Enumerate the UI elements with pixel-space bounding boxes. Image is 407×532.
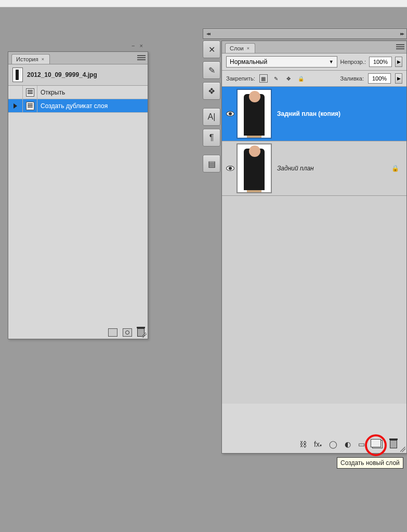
- opacity-label: Непрозр.:: [340, 59, 366, 65]
- brushes-panel-icon[interactable]: ✎: [203, 61, 220, 79]
- lock-all-icon[interactable]: 🔒: [297, 74, 305, 83]
- snapshot-col: [8, 86, 23, 99]
- history-item-label: Открыть: [37, 89, 148, 96]
- new-document-from-state-icon[interactable]: [108, 328, 117, 337]
- panel-menu-icon[interactable]: [137, 54, 146, 61]
- layers-blend-row: Нормальный ▼ Непрозр.: 100% ▶: [222, 54, 406, 71]
- lock-transparent-icon[interactable]: ▦: [259, 74, 268, 83]
- actions-panel-icon[interactable]: ▤: [203, 155, 220, 172]
- chevron-down-icon: ▼: [329, 59, 334, 64]
- clone-source-panel-icon[interactable]: ❖: [203, 82, 220, 100]
- app-menubar: [0, 0, 407, 7]
- history-state-icon: [23, 99, 37, 112]
- layer-background-copy[interactable]: Задний план (копия): [222, 87, 406, 141]
- layers-lock-row: Закрепить: ▦ ✎ ✥ 🔒 Заливка: 100% ▶: [222, 71, 406, 87]
- layers-panel: Слои × Нормальный ▼ Непрозр.: 100% ▶ Зак…: [221, 41, 407, 454]
- layers-list: Задний план (копия) Задний план 🔒: [222, 87, 406, 404]
- history-footer: [108, 328, 145, 337]
- history-item-duplicate-layer[interactable]: Создать дубликат слоя: [8, 99, 148, 113]
- layer-thumbnail[interactable]: [237, 89, 272, 139]
- fx-label: fx: [314, 440, 320, 448]
- opacity-input[interactable]: 100%: [369, 57, 392, 67]
- panel-dock-strip[interactable]: ◂◂ ▸▸: [203, 29, 407, 39]
- visibility-eye-icon[interactable]: [226, 166, 234, 171]
- resize-grip-icon[interactable]: [141, 332, 147, 338]
- layer-name: Задний план: [277, 165, 391, 172]
- history-tabs: История ×: [8, 52, 148, 64]
- panel-menu-icon[interactable]: [396, 43, 404, 50]
- history-list: Открыть Создать дубликат слоя: [8, 86, 148, 113]
- history-document-row[interactable]: 2012_10_09_9999_4.jpg: [8, 64, 148, 86]
- play-icon: [14, 103, 17, 109]
- fill-value: 100%: [372, 75, 387, 82]
- new-group-icon[interactable]: ▭: [358, 440, 365, 448]
- layer-mask-icon[interactable]: ◯: [329, 440, 337, 448]
- delete-layer-icon[interactable]: [390, 440, 397, 448]
- close-icon[interactable]: ×: [247, 46, 250, 51]
- blend-mode-value: Нормальный: [230, 58, 267, 65]
- dock-collapse-left-icon[interactable]: ◂◂: [206, 31, 209, 36]
- layers-tab[interactable]: Слои ×: [225, 43, 255, 53]
- history-item-label: Создать дубликат слоя: [37, 102, 148, 110]
- character-panel-icon[interactable]: A|: [203, 108, 220, 126]
- history-panel: − × История × 2012_10_09_9999_4.jpg Откр…: [8, 51, 148, 339]
- link-layers-icon[interactable]: ⛓: [299, 440, 307, 448]
- close-icon[interactable]: ×: [42, 57, 44, 62]
- paragraph-panel-icon[interactable]: ¶: [203, 129, 220, 147]
- new-layer-icon[interactable]: [372, 440, 383, 448]
- layer-background[interactable]: Задний план 🔒: [222, 141, 406, 196]
- blend-mode-select[interactable]: Нормальный ▼: [226, 56, 337, 68]
- history-state-icon: [23, 86, 37, 99]
- layer-thumbnail[interactable]: [237, 143, 272, 193]
- tooltip-new-layer: Создать новый слой: [337, 457, 403, 469]
- lock-label: Закрепить:: [226, 75, 255, 82]
- adjustment-layer-icon[interactable]: ◐: [345, 440, 351, 448]
- history-tab[interactable]: История ×: [11, 54, 50, 64]
- tools-panel-icon[interactable]: ✕: [203, 41, 220, 58]
- opacity-value: 100%: [373, 59, 388, 65]
- document-filename: 2012_10_09_9999_4.jpg: [27, 71, 97, 78]
- new-snapshot-icon[interactable]: [123, 328, 132, 337]
- lock-icon: 🔒: [391, 165, 399, 172]
- layers-tab-label: Слои: [230, 45, 244, 51]
- visibility-eye-icon[interactable]: [226, 111, 234, 116]
- layers-footer: ⛓ fx▾ ◯ ◐ ▭: [222, 437, 406, 451]
- fill-label: Заливка:: [340, 75, 364, 82]
- layer-name: Задний план (копия): [277, 110, 404, 117]
- layers-tabs: Слои ×: [222, 41, 406, 54]
- document-thumbnail: [12, 68, 23, 82]
- fill-flyout-icon[interactable]: ▶: [395, 73, 402, 84]
- dock-collapse-right-icon[interactable]: ▸▸: [400, 31, 403, 36]
- layer-fx-icon[interactable]: fx▾: [314, 440, 322, 448]
- history-tab-label: История: [16, 56, 38, 62]
- history-current-marker: [8, 99, 23, 112]
- fill-input[interactable]: 100%: [368, 73, 391, 84]
- opacity-flyout-icon[interactable]: ▶: [395, 57, 402, 67]
- panel-close-minimize[interactable]: − ×: [132, 43, 145, 49]
- collapsed-panels-column: ✕ ✎ ❖ A| ¶ ▤: [203, 41, 220, 172]
- lock-position-icon[interactable]: ✥: [284, 74, 293, 83]
- resize-grip-icon[interactable]: [400, 447, 405, 452]
- lock-pixels-icon[interactable]: ✎: [272, 74, 280, 83]
- history-item-open[interactable]: Открыть: [8, 86, 148, 99]
